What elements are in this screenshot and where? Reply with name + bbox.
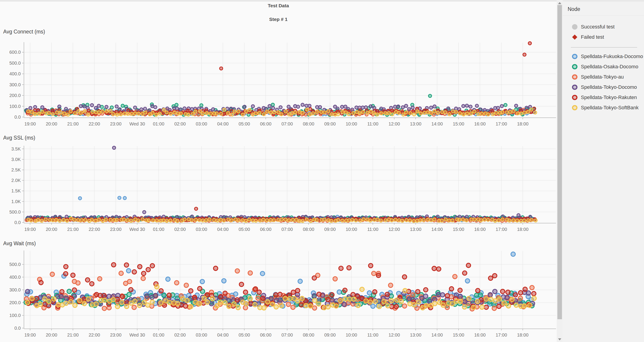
data-point-purple[interactable] bbox=[94, 106, 98, 109]
data-point-yellow[interactable] bbox=[516, 219, 519, 222]
data-point-purple[interactable] bbox=[105, 105, 108, 109]
data-point-yellow[interactable] bbox=[436, 111, 440, 114]
data-point-orange[interactable] bbox=[256, 296, 260, 300]
data-point-yellow[interactable] bbox=[354, 219, 358, 222]
data-point-green[interactable] bbox=[86, 103, 89, 106]
data-point-yellow[interactable] bbox=[159, 301, 163, 305]
data-point-purple[interactable] bbox=[183, 107, 186, 110]
data-point-red[interactable] bbox=[296, 289, 300, 293]
data-point-yellow[interactable] bbox=[241, 113, 244, 116]
data-point-yellow[interactable] bbox=[155, 285, 159, 289]
data-point-yellow[interactable] bbox=[33, 112, 36, 116]
data-point-red[interactable] bbox=[235, 298, 239, 302]
data-point-yellow[interactable] bbox=[219, 218, 222, 221]
data-point-yellow[interactable] bbox=[508, 110, 512, 113]
data-point-yellow[interactable] bbox=[126, 112, 130, 115]
data-point-yellow[interactable] bbox=[343, 297, 348, 301]
data-point-red[interactable] bbox=[239, 282, 244, 287]
data-point-yellow[interactable] bbox=[84, 218, 87, 222]
data-point-yellow[interactable] bbox=[313, 298, 317, 303]
data-point-yellow[interactable] bbox=[56, 111, 58, 114]
data-point-yellow[interactable] bbox=[384, 112, 387, 115]
data-point-yellow[interactable] bbox=[42, 297, 47, 301]
data-point-yellow[interactable] bbox=[101, 110, 104, 113]
data-point-yellow[interactable] bbox=[269, 218, 272, 222]
data-point-red[interactable] bbox=[254, 287, 258, 291]
data-point-purple[interactable] bbox=[278, 298, 282, 302]
data-point-green[interactable] bbox=[67, 289, 71, 294]
data-point-red[interactable] bbox=[491, 109, 494, 112]
data-point-blue[interactable] bbox=[465, 279, 470, 283]
data-point-yellow[interactable] bbox=[189, 305, 193, 309]
data-point-yellow[interactable] bbox=[376, 113, 379, 116]
data-point-red[interactable] bbox=[51, 109, 54, 112]
scroll-down-arrow-icon[interactable] bbox=[558, 338, 561, 341]
data-point-red[interactable] bbox=[132, 270, 136, 274]
data-point-yellow[interactable] bbox=[523, 219, 526, 222]
data-point-yellow[interactable] bbox=[426, 111, 429, 114]
data-point-yellow[interactable] bbox=[40, 219, 43, 222]
data-point-yellow[interactable] bbox=[462, 113, 465, 116]
data-point-red[interactable] bbox=[278, 292, 282, 297]
data-point-purple[interactable] bbox=[83, 105, 86, 108]
data-point-purple[interactable] bbox=[454, 107, 458, 110]
data-point-yellow[interactable] bbox=[266, 110, 269, 113]
data-point-purple[interactable] bbox=[59, 295, 63, 299]
data-point-yellow[interactable] bbox=[216, 219, 219, 222]
data-point-purple[interactable] bbox=[505, 295, 509, 300]
outlier-point-orange[interactable] bbox=[119, 271, 123, 276]
data-point-yellow[interactable] bbox=[205, 219, 208, 222]
data-point-yellow[interactable] bbox=[38, 302, 42, 307]
data-point-purple[interactable] bbox=[493, 289, 497, 294]
data-point-yellow[interactable] bbox=[137, 112, 140, 115]
data-point-yellow[interactable] bbox=[30, 297, 34, 301]
data-point-yellow[interactable] bbox=[390, 299, 394, 303]
data-point-yellow[interactable] bbox=[137, 219, 140, 222]
node-legend-item-purple[interactable]: Spelldata-Tokyo-Docomo bbox=[563, 82, 644, 92]
data-point-purple[interactable] bbox=[364, 106, 368, 109]
data-point-yellow[interactable] bbox=[126, 218, 129, 222]
data-point-yellow[interactable] bbox=[124, 304, 129, 309]
data-point-orange[interactable] bbox=[98, 277, 102, 281]
data-point-yellow[interactable] bbox=[380, 112, 383, 115]
data-point-yellow[interactable] bbox=[97, 218, 100, 221]
data-point-blue[interactable] bbox=[222, 279, 226, 283]
data-point-yellow[interactable] bbox=[173, 111, 176, 114]
data-point-red[interactable] bbox=[90, 282, 94, 286]
data-point-red[interactable] bbox=[230, 109, 233, 113]
data-point-yellow[interactable] bbox=[300, 297, 304, 301]
chart-avg-ssl[interactable]: 19:0020:0021:0022:0023:00Wed 3001:0002:0… bbox=[0, 140, 557, 232]
data-point-yellow[interactable] bbox=[37, 112, 40, 115]
data-point-purple[interactable] bbox=[340, 105, 344, 108]
data-point-yellow[interactable] bbox=[209, 112, 212, 115]
data-point-yellow[interactable] bbox=[185, 298, 189, 303]
data-point-yellow[interactable] bbox=[115, 218, 118, 221]
data-point-orange[interactable] bbox=[445, 305, 450, 310]
data-point-purple[interactable] bbox=[154, 106, 157, 109]
data-point-yellow[interactable] bbox=[323, 218, 326, 221]
data-point-yellow[interactable] bbox=[62, 218, 65, 222]
data-point-yellow[interactable] bbox=[430, 111, 433, 114]
data-point-yellow[interactable] bbox=[412, 219, 416, 222]
data-point-purple[interactable] bbox=[144, 107, 147, 110]
data-point-yellow[interactable] bbox=[48, 111, 50, 114]
chart-avg-wait[interactable]: 19:0020:0021:0022:0023:00Wed 3001:0002:0… bbox=[0, 245, 557, 342]
data-point-yellow[interactable] bbox=[288, 297, 292, 301]
data-point-yellow[interactable] bbox=[258, 111, 261, 114]
data-point-yellow[interactable] bbox=[395, 298, 399, 302]
data-point-yellow[interactable] bbox=[164, 299, 168, 303]
data-point-orange[interactable] bbox=[248, 271, 252, 275]
data-point-yellow[interactable] bbox=[386, 304, 390, 308]
data-point-blue[interactable] bbox=[371, 304, 375, 308]
data-point-yellow[interactable] bbox=[202, 296, 206, 300]
data-point-orange[interactable] bbox=[141, 276, 146, 281]
data-point-yellow[interactable] bbox=[336, 113, 340, 116]
data-point-yellow[interactable] bbox=[41, 110, 44, 113]
data-point-green[interactable] bbox=[175, 103, 178, 107]
data-point-purple[interactable] bbox=[500, 104, 504, 108]
data-point-red[interactable] bbox=[223, 112, 226, 115]
data-point-orange[interactable] bbox=[518, 296, 522, 300]
data-point-purple[interactable] bbox=[41, 106, 44, 109]
data-point-yellow[interactable] bbox=[347, 112, 350, 116]
data-point-red[interactable] bbox=[159, 289, 163, 293]
